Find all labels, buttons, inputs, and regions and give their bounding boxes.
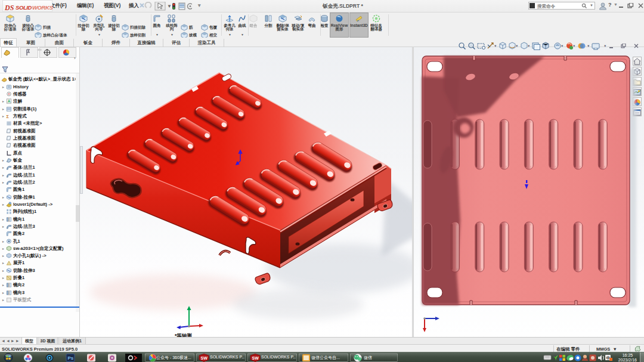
- svg-text:SW: SW: [252, 356, 259, 360]
- svg-text:Ps: Ps: [68, 355, 74, 361]
- svg-text:SOLID: SOLID: [16, 4, 32, 11]
- svg-text:SW: SW: [201, 356, 208, 360]
- svg-text:DS: DS: [4, 4, 14, 12]
- svg-text:▼: ▼: [167, 4, 172, 9]
- svg-text:A: A: [8, 99, 11, 103]
- svg-text:*等轴测: *等轴测: [175, 333, 192, 337]
- svg-text:WORKS: WORKS: [32, 4, 53, 11]
- svg-text:Σ: Σ: [6, 114, 9, 119]
